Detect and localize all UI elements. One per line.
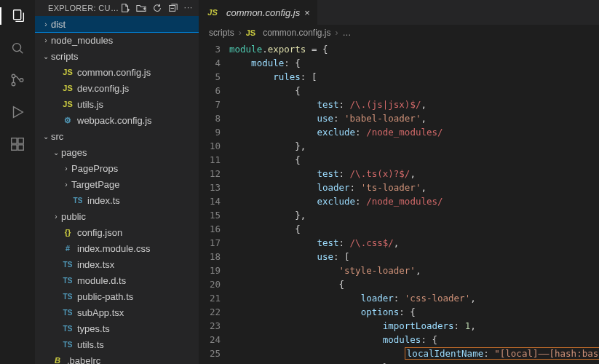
file-label: utils.ts [77,339,104,350]
file-row[interactable]: TSsubApp.tsx [35,304,199,320]
line-number: 19 [199,264,229,277]
folder-row[interactable]: ›dist [35,16,199,32]
code-line[interactable]: 4 module: { [199,56,599,70]
line-number: 13 [199,181,229,194]
line-number: 7 [199,98,229,111]
code-line[interactable]: 3module.exports = { [199,42,599,56]
line-number: 17 [199,236,229,250]
extensions-icon[interactable] [9,135,26,153]
file-row[interactable]: {}config.json [35,224,199,240]
folder-label: node_modules [51,35,113,46]
breadcrumb-seg-scripts[interactable]: scripts [209,28,234,38]
collapse-all-icon[interactable] [168,3,178,13]
code-source: { [229,277,344,291]
close-icon[interactable]: × [304,7,310,18]
ts-file-icon: TS [61,277,74,285]
code-line[interactable]: 20 { [199,277,599,291]
line-number: 8 [199,111,229,125]
code-line[interactable]: 5 rules: [ [199,70,599,84]
file-row[interactable]: JSdev.config.js [35,80,199,96]
code-line[interactable]: 9 exclude: /node_modules/ [199,125,599,139]
chevron-right-icon: › [336,28,338,38]
code-source: test: /\.(js|jsx)$/, [229,98,427,111]
code-line[interactable]: 21 loader: 'css-loader', [199,291,599,305]
code-line[interactable]: 19 'style-loader', [199,264,599,277]
tab-common-config[interactable]: JS common.config.js × [199,0,317,25]
code-line[interactable]: 11 { [199,153,599,167]
svg-point-1 [13,44,21,52]
new-folder-icon[interactable] [136,3,146,13]
file-tree[interactable]: ›dist›node_modules⌄scriptsJScommon.confi… [35,16,199,364]
code-source: { [229,153,301,167]
folder-row[interactable]: ›public [35,208,199,224]
refresh-icon[interactable] [152,3,162,13]
file-row[interactable]: ⚙webpack.config.js [35,112,199,128]
file-row[interactable]: #index.module.css [35,240,199,256]
new-file-icon[interactable] [120,3,130,13]
folder-row[interactable]: ›PageProps [35,160,199,176]
code-line[interactable]: 8 use: 'babel-loader', [199,111,599,125]
run-debug-icon[interactable] [9,103,26,121]
file-row[interactable]: TStypes.ts [35,320,199,336]
code-line[interactable]: 7 test: /\.(js|jsx)$/, [199,98,599,111]
file-row[interactable]: TSpublic-path.ts [35,288,199,304]
code-source: { [229,84,301,98]
code-line[interactable]: 15 }, [199,208,599,222]
file-label: types.ts [77,323,110,334]
file-row[interactable]: JSutils.js [35,96,199,112]
chevron-right-icon: › [61,165,71,173]
code-line[interactable]: 24 modules: { [199,333,599,347]
code-line[interactable]: 22 options: { [199,305,599,319]
explorer-sidebar: EXPLORER: CUS… ··· ›dist›node_modules⌄sc… [35,0,199,364]
code-line[interactable]: 17 test: /\.css$/, [199,236,599,250]
code-line[interactable]: 13 loader: 'ts-loader', [199,181,599,194]
code-editor[interactable]: 3module.exports = {4 module: {5 rules: [… [199,41,599,364]
folder-label: pages [61,147,87,158]
code-source: exclude: /node_modules/ [229,194,443,208]
code-line[interactable]: 14 exclude: /node_modules/ [199,194,599,208]
code-source: 'style-loader', [229,264,421,277]
file-row[interactable]: TSindex.ts [35,192,199,208]
file-label: common.config.js [77,67,151,78]
line-number: 10 [199,139,229,153]
code-source: } [229,360,388,364]
source-control-icon[interactable] [9,71,26,89]
breadcrumb[interactable]: scripts › JS common.config.js › … [199,25,599,41]
code-line[interactable]: 26 } [199,360,599,364]
code-source: use: [ [229,250,350,264]
code-line[interactable]: 16 { [199,222,599,236]
js-file-icon: JS [61,68,74,76]
search-icon[interactable] [9,39,26,57]
folder-row[interactable]: ⌄src [35,128,199,144]
folder-row[interactable]: ›TargetPage [35,176,199,192]
file-row[interactable]: B.babelrc [35,352,199,364]
code-source: module.exports = { [229,42,328,56]
code-line[interactable]: 12 test: /\.ts(x)?$/, [199,167,599,181]
babel-file-icon: B [51,356,64,364]
code-line[interactable]: 23 importLoaders: 1, [199,319,599,333]
code-source: localIdentName: "[local]——[hash:base64:5… [229,347,599,360]
files-icon[interactable] [0,7,35,25]
folder-row[interactable]: ⌄pages [35,144,199,160]
code-line[interactable]: 6 { [199,84,599,98]
svg-rect-7 [12,138,17,143]
folder-row[interactable]: ›node_modules [35,32,199,48]
file-row[interactable]: TSutils.ts [35,336,199,352]
tab-label: common.config.js [226,7,300,18]
file-label: subApp.tsx [77,307,124,318]
folder-row[interactable]: ⌄scripts [35,48,199,64]
code-line[interactable]: 25 localIdentName: "[local]——[hash:base6… [199,347,599,360]
code-line[interactable]: 10 }, [199,139,599,153]
code-line[interactable]: 18 use: [ [199,250,599,264]
line-number: 26 [199,360,229,364]
breadcrumb-tail[interactable]: … [343,28,352,38]
file-row[interactable]: JScommon.config.js [35,64,199,80]
code-source: test: /\.css$/, [229,236,399,250]
more-icon[interactable]: ··· [184,3,193,13]
line-number: 6 [199,84,229,98]
explorer-title: EXPLORER: CUS… [48,4,120,12]
breadcrumb-seg-file[interactable]: common.config.js [263,28,330,38]
file-row[interactable]: TSmodule.d.ts [35,272,199,288]
code-source: }, [229,139,306,153]
file-row[interactable]: TSindex.tsx [35,256,199,272]
